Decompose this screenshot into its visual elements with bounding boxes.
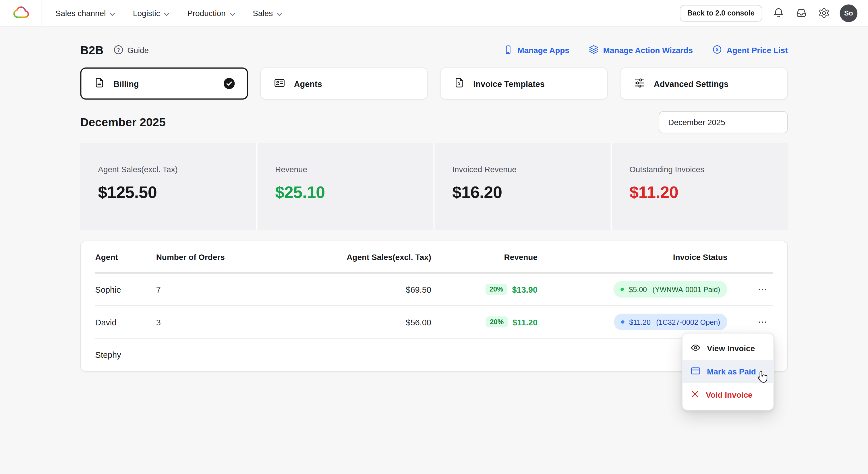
menu-item-label: Void Invoice <box>706 391 752 399</box>
tab-label: Invoice Templates <box>473 79 545 89</box>
stat-agent-sales: Agent Sales(excl. Tax) $125.50 <box>81 143 256 230</box>
cell-actions <box>727 282 773 296</box>
stat-value: $16.20 <box>452 183 593 202</box>
chevron-down-icon <box>164 9 169 18</box>
table-row: Sophie 7 $69.50 20% $13.90 $5.00 (YWNWA-… <box>95 273 773 306</box>
row-actions-ellipsis-icon[interactable] <box>755 315 770 329</box>
tab-label: Advanced Settings <box>654 79 728 89</box>
cell-invoice-status: $11.20 (1C327-0002 Open) <box>537 314 727 330</box>
cell-agent: Sophie <box>95 284 156 294</box>
nav-label: Sales channel <box>55 9 106 18</box>
menu-item-label: Mark as Paid <box>707 367 756 376</box>
revenue-percent-badge: 20% <box>486 284 507 295</box>
cloud-rainbow-icon <box>12 5 29 21</box>
main-content: B2B ? Guide Manage Apps <box>81 27 788 372</box>
status-ref: (YWNWA-0001 Paid) <box>652 285 720 294</box>
row-context-menu: View Invoice Mark as Paid Void Invoice <box>682 333 774 411</box>
cell-sales: $69.50 <box>283 284 431 294</box>
topbar-right: Back to 2.0 console So <box>680 4 868 22</box>
tab-billing[interactable]: Billing <box>81 67 248 100</box>
menu-item-mark-as-paid[interactable]: Mark as Paid <box>683 360 773 383</box>
cell-actions <box>727 315 773 329</box>
nav-sales-channel[interactable]: Sales channel <box>46 0 124 26</box>
tab-advanced-settings[interactable]: Advanced Settings <box>620 67 787 100</box>
cell-orders: 3 <box>156 317 283 327</box>
svg-text:?: ? <box>117 47 120 53</box>
col-header-invoice-status: Invoice Status <box>537 252 727 261</box>
col-header-orders: Number of Orders <box>156 252 283 261</box>
layers-icon <box>588 44 599 56</box>
home-logo-button[interactable] <box>0 0 42 26</box>
svg-text:$: $ <box>716 47 718 52</box>
nav-label: Logistic <box>133 9 160 18</box>
col-header-agent: Agent <box>95 252 156 261</box>
cell-invoice-status: $5.00 (YWNWA-0001 Paid) <box>537 281 727 298</box>
user-avatar[interactable]: So <box>840 4 858 22</box>
status-dot-icon <box>620 288 624 291</box>
svg-text:$: $ <box>458 81 460 86</box>
status-dot-icon <box>621 320 624 324</box>
stat-value: $25.10 <box>275 183 416 202</box>
app-window: Sales channel Logistic Production Sales … <box>0 0 868 474</box>
menu-item-label: View Invoice <box>707 344 755 353</box>
phone-icon <box>503 44 513 56</box>
chevron-down-icon <box>277 9 282 18</box>
back-to-console-button[interactable]: Back to 2.0 console <box>680 5 762 21</box>
stat-label: Agent Sales(excl. Tax) <box>98 165 239 174</box>
period-selector[interactable]: December 2025 <box>659 111 787 133</box>
agents-table: Agent Number of Orders Agent Sales(excl.… <box>81 241 788 372</box>
guide-link[interactable]: ? Guide <box>114 44 149 56</box>
dollar-circle-icon: $ <box>712 44 722 56</box>
manage-action-wizards-link[interactable]: Manage Action Wizards <box>588 44 693 56</box>
nav-logistic[interactable]: Logistic <box>124 0 178 26</box>
stat-revenue: Revenue $25.10 <box>257 143 433 230</box>
eye-icon <box>690 342 701 354</box>
invoice-status-pill-paid[interactable]: $5.00 (YWNWA-0001 Paid) <box>613 281 727 298</box>
credit-card-icon <box>690 366 701 378</box>
cell-orders: 7 <box>156 284 283 294</box>
tab-label: Billing <box>114 79 139 89</box>
header-actions: Manage Apps Manage Action Wizards $ <box>503 44 787 56</box>
link-label: Manage Action Wizards <box>603 46 693 55</box>
status-ref: (1C327-0002 Open) <box>656 318 720 326</box>
chevron-down-icon <box>229 9 235 18</box>
status-amount: $11.20 <box>629 318 651 326</box>
table-row: Stephy <box>95 339 773 371</box>
notifications-bell-icon[interactable] <box>772 6 785 20</box>
menu-item-view-invoice[interactable]: View Invoice <box>683 337 773 360</box>
period-row: December 2025 December 2025 <box>81 111 788 133</box>
link-label: Agent Price List <box>727 46 788 55</box>
stat-outstanding-invoices: Outstanding Invoices $11.20 <box>612 143 787 230</box>
stat-value: $125.50 <box>98 183 239 202</box>
invoice-status-pill-open[interactable]: $11.20 (1C327-0002 Open) <box>614 314 727 330</box>
status-amount: $5.00 <box>629 285 647 294</box>
cell-revenue: 20% $13.90 <box>431 284 537 295</box>
page-title: B2B <box>81 44 104 57</box>
page-header: B2B ? Guide Manage Apps <box>81 42 788 59</box>
agent-price-list-link[interactable]: $ Agent Price List <box>712 44 788 56</box>
document-icon <box>94 77 105 90</box>
table-row: David 3 $56.00 20% $11.20 $11.20 (1C327-… <box>95 306 773 339</box>
period-heading: December 2025 <box>81 115 166 129</box>
question-circle-icon: ? <box>114 44 123 56</box>
id-card-icon <box>273 77 285 90</box>
nav-label: Production <box>187 9 226 18</box>
nav-sales[interactable]: Sales <box>244 0 291 26</box>
link-label: Manage Apps <box>518 46 569 55</box>
row-actions-ellipsis-icon[interactable] <box>755 282 770 296</box>
table-header-row: Agent Number of Orders Agent Sales(excl.… <box>95 241 773 273</box>
settings-gear-icon[interactable] <box>817 6 830 20</box>
cell-agent: Stephy <box>95 350 156 360</box>
nav-production[interactable]: Production <box>178 0 244 26</box>
revenue-value: $13.90 <box>512 284 537 294</box>
tab-agents[interactable]: Agents <box>260 67 428 100</box>
inbox-icon[interactable] <box>795 6 808 20</box>
col-header-revenue: Revenue <box>431 252 537 261</box>
revenue-value: $11.20 <box>513 317 537 327</box>
menu-item-void-invoice[interactable]: Void Invoice <box>683 383 773 407</box>
manage-apps-link[interactable]: Manage Apps <box>503 44 569 56</box>
tab-invoice-templates[interactable]: $ Invoice Templates <box>440 67 608 100</box>
period-selector-value: December 2025 <box>668 118 725 127</box>
cell-sales: $56.00 <box>283 317 431 327</box>
stat-value: $11.20 <box>629 183 770 202</box>
